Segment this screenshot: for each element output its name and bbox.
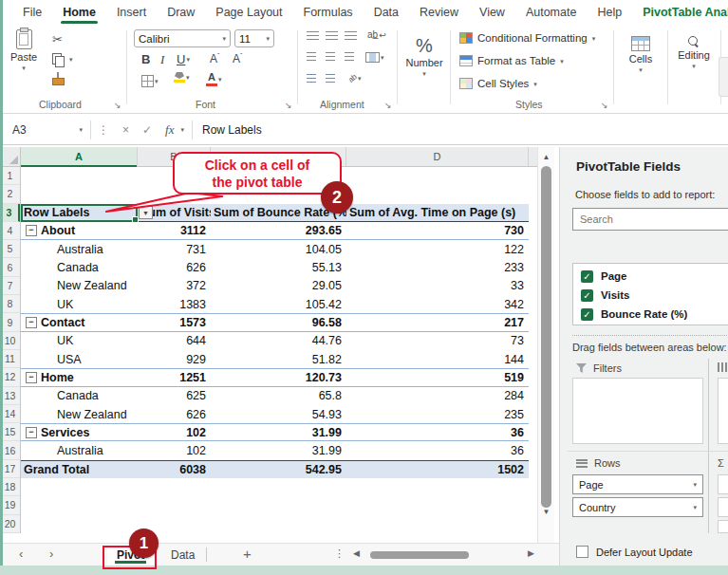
pivot-cell[interactable]: 3112 [138,222,211,239]
column-header-D[interactable]: D [346,147,529,166]
row-header-17[interactable]: 17 [0,460,20,478]
next-sheet-icon[interactable]: › [49,547,53,561]
pivot-cell[interactable]: 55.13 [211,258,346,276]
vertical-scrollbar-thumb[interactable] [541,166,551,508]
borders-button[interactable]: ▾ [141,75,159,87]
pivot-cell[interactable]: 36 [346,441,529,459]
pivot-cell[interactable]: 730 [346,222,529,239]
pivot-cell[interactable]: 644 [138,332,211,350]
ribbon-tab-review[interactable]: Review [409,0,469,25]
field-item-bounce-rate-[interactable]: ✓Bounce Rate (%) [573,305,728,324]
pivot-column-header[interactable]: Sum of Avg. Time on Page (s) [346,204,529,221]
row-header-5[interactable]: 5 [0,240,20,258]
fill-color-button[interactable]: ▾ [174,72,190,83]
row-header-19[interactable]: 19 [0,496,20,514]
alignment-dialog-launcher-icon[interactable]: ↘ [384,101,392,110]
ribbon-tab-pivottable-analyze[interactable]: PivotTable Analyze [632,0,728,25]
pivot-cell[interactable]: 1251 [138,369,211,385]
decrease-indent-button[interactable] [307,74,316,83]
ribbon-tab-formulas[interactable]: Formulas [293,0,364,25]
collapse-icon[interactable]: − [26,317,37,328]
values-field-partial[interactable] [718,474,728,494]
wrap-text-button[interactable]: ab̲↩ [367,29,386,40]
sheet-tab-data[interactable]: Data [161,544,204,566]
row-labels-filter-dropdown[interactable]: ▼ [139,206,153,219]
styles-dialog-launcher-icon[interactable]: ↘ [601,101,608,110]
row-header-11[interactable]: 11 [0,350,20,368]
scroll-down-icon[interactable]: ▼ [538,504,554,520]
ribbon-tab-automate[interactable]: Automate [515,0,588,25]
cells-button[interactable]: Cells ▾ [622,36,660,73]
pivot-cell[interactable]: 731 [138,240,211,258]
cancel-icon[interactable]: × [116,123,136,137]
number-format-button[interactable]: % Number ▾ [405,36,443,77]
pivot-row-label[interactable]: −Services [21,424,138,440]
cut-button[interactable]: ✂ [52,32,63,46]
column-header-A[interactable]: A [21,147,138,166]
collapse-icon[interactable]: − [26,427,37,438]
row-header-13[interactable]: 13 [0,387,20,405]
row-header-16[interactable]: 16 [0,441,20,459]
scroll-up-icon[interactable]: ▲ [538,149,554,165]
pivot-cell[interactable]: 65.8 [211,387,346,405]
pivot-cell[interactable]: 372 [138,277,211,295]
pivot-cell[interactable]: 120.73 [211,369,346,385]
format-as-table-button[interactable]: Format as Table ▾ [459,55,564,66]
fields-search-input[interactable]: Search [572,208,728,231]
pivot-cell[interactable]: 233 [346,258,529,276]
row-header-2[interactable]: 2 [0,185,20,203]
align-bottom-button[interactable] [345,31,357,41]
ribbon-tab-data[interactable]: Data [364,0,409,25]
field-item-page[interactable]: ✓Page [573,267,728,286]
pivot-cell[interactable]: 54.93 [211,405,346,423]
editing-button[interactable]: Editing ▾ [673,36,715,69]
decrease-font-button[interactable]: Aˇ [233,52,242,65]
increase-font-button[interactable]: Aˆ [210,52,219,65]
pivot-cell[interactable]: 284 [346,387,529,405]
pivot-row-label[interactable]: New Zealand [21,277,138,295]
paste-button[interactable]: Paste ▾ [10,29,37,71]
row-header-15[interactable]: 15 [0,423,20,441]
align-right-button[interactable] [345,52,354,62]
pivot-cell[interactable]: 519 [346,369,529,385]
defer-checkbox[interactable] [576,546,588,558]
add-sheet-button[interactable]: + [243,546,252,562]
align-top-button[interactable] [307,31,319,41]
pivot-cell[interactable]: 36 [346,424,529,440]
pivot-row-label[interactable]: −About [21,222,138,239]
more-dots-icon[interactable]: ⋮ [334,547,345,560]
checked-checkbox[interactable]: ✓ [581,270,593,283]
pivot-cell[interactable]: 122 [346,240,529,258]
pivot-cell[interactable]: 542.95 [211,461,346,478]
underline-button[interactable]: U▾ [177,52,190,66]
pivot-row-label[interactable]: Canada [21,387,138,405]
row-header-6[interactable]: 6 [0,258,20,276]
pivot-cell[interactable]: 31.99 [211,441,346,459]
pivot-row-label[interactable]: New Zealand [21,405,138,423]
align-center-button[interactable] [326,52,335,62]
font-color-button[interactable]: A ▾ [206,72,222,86]
format-painter-button[interactable] [52,72,65,85]
font-name-combobox[interactable]: Calibri▾ [134,29,231,47]
formula-content[interactable]: Row Labels [193,123,262,137]
pivot-row-label[interactable]: Australia [21,441,138,459]
row-header-1[interactable]: 1 [0,167,20,185]
pivot-row-label[interactable]: −Home [21,369,138,385]
pivot-row-label[interactable]: UK [21,295,138,313]
ribbon-tab-file[interactable]: File [12,0,52,25]
pivot-row-label[interactable]: Australia [21,240,138,258]
pivot-row-label[interactable]: Grand Total [21,461,138,478]
clipboard-dialog-launcher-icon[interactable]: ↘ [114,101,121,110]
defer-layout-update[interactable]: Defer Layout Update [576,546,693,558]
checked-checkbox[interactable]: ✓ [581,289,593,302]
font-dialog-launcher-icon[interactable]: ↘ [285,101,292,110]
pivot-cell[interactable]: 96.58 [211,314,346,330]
align-middle-button[interactable] [326,31,338,41]
row-header-9[interactable]: 9 [0,313,20,331]
pivot-cell[interactable]: 293.65 [211,222,346,239]
pivot-cell[interactable]: 342 [346,295,529,313]
pivot-cell[interactable]: 73 [346,332,529,350]
row-header-20[interactable]: 20 [0,515,20,533]
pivot-cell[interactable]: 44.76 [211,332,346,350]
values-field-partial[interactable] [718,497,728,517]
